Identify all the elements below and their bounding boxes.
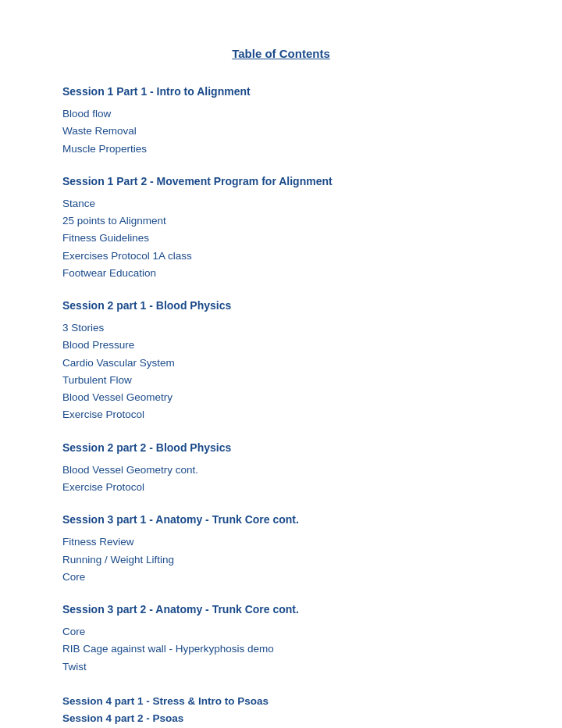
list-item: Running / Weight Lifting <box>62 551 500 569</box>
item-group-s3p1: Fitness Review Running / Weight Lifting … <box>62 534 500 586</box>
list-item: Twist <box>62 658 500 676</box>
section-heading-s1p1: Session 1 Part 1 - Intro to Alignment <box>62 85 500 98</box>
list-item: Stance <box>62 195 500 212</box>
page-title: Table of Contents <box>62 47 500 60</box>
list-item: Footwear Education <box>62 265 500 282</box>
list-item: Turbulent Flow <box>62 372 500 389</box>
list-item: Exercise Protocol <box>62 406 500 423</box>
section-heading-s1p2: Session 1 Part 2 - Movement Program for … <box>62 175 500 187</box>
list-item: Blood Vessel Geometry cont. <box>62 462 500 479</box>
item-group-s2p2: Blood Vessel Geometry cont. Exercise Pro… <box>62 462 500 497</box>
section-heading-s3p2: Session 3 part 2 - Anatomy - Trunk Core … <box>62 603 500 616</box>
list-item: Blood Pressure <box>62 337 500 354</box>
list-item: Fitness Review <box>62 534 500 551</box>
session4-block: Session 4 part 1 - Stress & Intro to Pso… <box>62 693 500 728</box>
session4-line1: Session 4 part 1 - Stress & Intro to Pso… <box>62 693 500 710</box>
list-item: 25 points to Alignment <box>62 212 500 230</box>
item-group-s2p1: 3 Stories Blood Pressure Cardio Vascular… <box>62 319 500 424</box>
list-item: Exercise Protocol <box>62 479 500 496</box>
item-group-s1p2: Stance 25 points to Alignment Fitness Gu… <box>62 195 500 282</box>
item-group-s1p1: Blood flow Waste Removal Muscle Properti… <box>62 105 500 158</box>
list-item: Core <box>62 569 500 586</box>
list-item: 3 Stories <box>62 319 500 337</box>
item-group-s3p2: Core RIB Cage against wall - Hyperkyphos… <box>62 623 500 676</box>
list-item: Muscle Properties <box>62 141 500 158</box>
section-heading-s2p1: Session 2 part 1 - Blood Physics <box>62 299 500 312</box>
session4-line2: Session 4 part 2 - Psoas <box>62 710 500 727</box>
page-container: Table of Contents Session 1 Part 1 - Int… <box>0 0 562 728</box>
list-item: Blood flow <box>62 105 500 123</box>
list-item: Waste Removal <box>62 123 500 140</box>
list-item: Exercises Protocol 1A class <box>62 248 500 265</box>
list-item: RIB Cage against wall - Hyperkyphosis de… <box>62 641 500 658</box>
list-item: Fitness Guidelines <box>62 230 500 247</box>
section-heading-s3p1: Session 3 part 1 - Anatomy - Trunk Core … <box>62 513 500 526</box>
list-item: Blood Vessel Geometry <box>62 389 500 406</box>
section-heading-s2p2: Session 2 part 2 - Blood Physics <box>62 441 500 454</box>
list-item: Core <box>62 623 500 641</box>
list-item: Cardio Vascular System <box>62 355 500 372</box>
